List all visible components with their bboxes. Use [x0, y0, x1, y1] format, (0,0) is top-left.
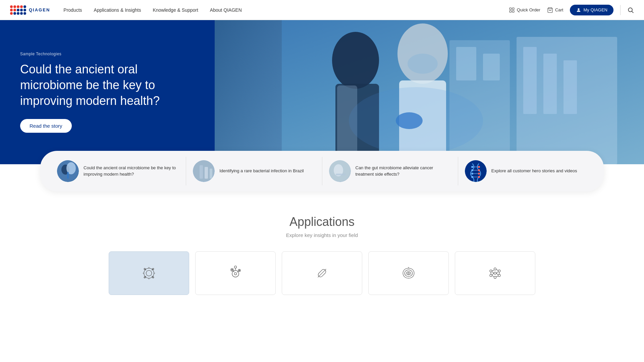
- story-thumb-2: [193, 160, 215, 182]
- svg-point-79: [494, 272, 496, 275]
- svg-point-77: [494, 276, 496, 279]
- quick-order-button[interactable]: Quick Order: [509, 7, 540, 13]
- logo-dot: [10, 12, 13, 15]
- story-thumb-image-3: [329, 160, 351, 182]
- logo-dot: [17, 5, 19, 8]
- hero-left: Sample Technologies Could the ancient or…: [0, 20, 215, 164]
- hero-image: [215, 20, 644, 164]
- svg-point-50: [146, 270, 152, 276]
- story-text-4: Explore all customer hero stories and vi…: [491, 168, 577, 174]
- svg-point-60: [234, 273, 237, 275]
- my-qiagen-button[interactable]: My QIAGEN: [570, 5, 613, 15]
- svg-rect-21: [456, 47, 476, 80]
- header-divider: [620, 5, 621, 15]
- cart-icon: [547, 7, 553, 13]
- svg-point-75: [498, 270, 500, 272]
- logo-dot: [13, 12, 16, 15]
- svg-point-45: [471, 173, 473, 175]
- search-icon: [627, 7, 634, 13]
- logo[interactable]: QIAGEN: [10, 5, 50, 15]
- nav-item-products[interactable]: Products: [63, 7, 82, 13]
- forensics-icon: [400, 265, 417, 282]
- hero-illustration: [215, 20, 644, 164]
- user-icon: [576, 7, 581, 13]
- app-card-forensics[interactable]: [368, 251, 449, 295]
- story-thumb-illustration-1: [57, 160, 79, 182]
- svg-rect-24: [215, 20, 282, 164]
- svg-rect-31: [205, 167, 208, 179]
- svg-line-87: [496, 272, 498, 273]
- svg-line-85: [496, 276, 498, 277]
- header: QIAGEN Products Applications & Insights …: [0, 0, 644, 20]
- header-right: Quick Order Cart My QIAGEN: [509, 5, 634, 15]
- svg-point-62: [231, 269, 232, 270]
- story-text-3: Can the gut microbiome alleviate cancer …: [356, 165, 451, 177]
- hero-cta-button[interactable]: Read the story: [20, 119, 72, 133]
- svg-point-5: [578, 8, 580, 10]
- svg-rect-10: [523, 47, 537, 114]
- svg-line-63: [233, 271, 234, 272]
- nav-item-knowledge[interactable]: Knowledge & Support: [153, 7, 198, 13]
- story-card-1[interactable]: Could the ancient oral microbiome be the…: [50, 157, 186, 185]
- svg-point-78: [498, 274, 500, 277]
- svg-line-84: [492, 276, 494, 277]
- svg-line-88: [492, 273, 494, 275]
- dna-illustration: [465, 160, 487, 182]
- applications-section: Applications Explore key insights in you…: [0, 191, 644, 308]
- search-button[interactable]: [627, 7, 634, 13]
- svg-point-74: [494, 268, 496, 270]
- svg-rect-28: [67, 172, 69, 179]
- svg-point-67: [234, 266, 237, 268]
- quick-order-label: Quick Order: [517, 7, 540, 12]
- svg-rect-32: [210, 169, 212, 179]
- cart-button[interactable]: Cart: [547, 7, 564, 13]
- story-thumb-image-2: [193, 160, 215, 182]
- nav-item-applications[interactable]: Applications & Insights: [94, 7, 141, 13]
- app-cards-container: [40, 251, 604, 295]
- cart-label: Cart: [555, 7, 564, 12]
- svg-point-65: [239, 270, 240, 271]
- svg-point-47: [471, 176, 473, 178]
- svg-point-23: [349, 87, 483, 154]
- svg-point-6: [628, 8, 632, 12]
- logo-dot: [10, 9, 13, 11]
- svg-line-81: [496, 269, 498, 270]
- story-card-2[interactable]: Identifying a rare bacterial infection i…: [186, 157, 322, 185]
- logo-dot: [20, 12, 23, 15]
- svg-point-48: [478, 176, 480, 178]
- story-thumb-1: [57, 160, 79, 182]
- quick-order-icon: [509, 7, 515, 13]
- svg-point-71: [408, 273, 410, 274]
- hero-section: Sample Technologies Could the ancient or…: [0, 20, 644, 164]
- app-card-pharma[interactable]: [282, 251, 362, 295]
- svg-point-44: [478, 169, 480, 171]
- logo-dot: [13, 9, 16, 11]
- svg-point-41: [471, 166, 473, 168]
- svg-rect-11: [543, 54, 557, 114]
- svg-line-86: [492, 272, 494, 273]
- story-card-4[interactable]: Explore all customer hero stories and vi…: [458, 157, 594, 185]
- logo-dot: [23, 12, 26, 15]
- cell-biology-icon: [227, 265, 244, 282]
- svg-rect-12: [564, 60, 577, 114]
- svg-line-80: [492, 270, 494, 271]
- app-card-cell-biology[interactable]: [195, 251, 276, 295]
- story-thumb-image-1: [57, 160, 79, 182]
- story-text-1: Could the ancient oral microbiome be the…: [84, 165, 179, 177]
- app-card-sequencing[interactable]: [455, 251, 535, 295]
- svg-rect-35: [336, 174, 346, 175]
- story-thumb-4: [465, 160, 487, 182]
- svg-rect-1: [512, 8, 514, 9]
- main-nav: Products Applications & Insights Knowled…: [63, 7, 509, 13]
- svg-point-36: [465, 160, 486, 182]
- story-thumb-image-4: [465, 160, 487, 182]
- applications-subtitle: Explore key insights in your field: [40, 232, 604, 238]
- story-strip: Could the ancient oral microbiome be the…: [40, 151, 604, 191]
- nav-item-about[interactable]: About QIAGEN: [210, 7, 242, 13]
- svg-point-13: [332, 32, 379, 89]
- story-thumb-3: [329, 160, 351, 182]
- story-thumb-illustration-3: [329, 160, 351, 182]
- app-card-microbiology[interactable]: [109, 251, 189, 295]
- logo-dot: [13, 5, 16, 8]
- story-card-3[interactable]: Can the gut microbiome alleviate cancer …: [322, 157, 458, 185]
